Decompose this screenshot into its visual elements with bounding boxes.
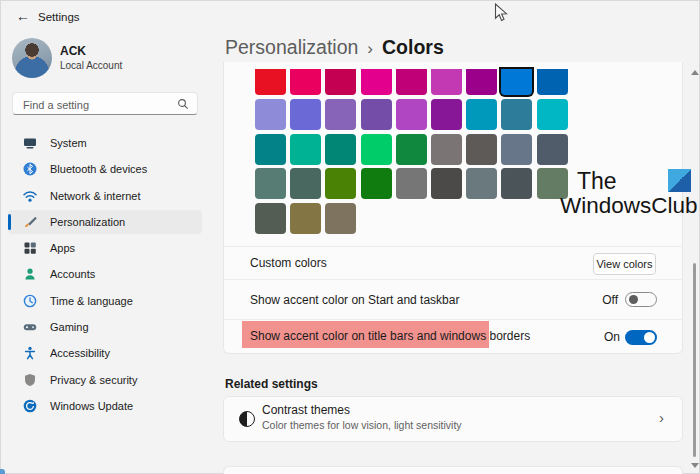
- sidebar-item-privacy[interactable]: Privacy & security: [8, 368, 202, 392]
- sidebar-item-time-language[interactable]: Time & language: [8, 289, 202, 313]
- bluetooth-icon: [22, 161, 38, 177]
- breadcrumb-separator-icon: ›: [367, 39, 373, 59]
- accent-color-swatch[interactable]: [290, 69, 321, 95]
- accent-start-taskbar-toggle[interactable]: [625, 292, 657, 307]
- view-colors-button[interactable]: View colors: [593, 253, 656, 275]
- sidebar-item-label: Apps: [50, 242, 75, 254]
- accent-color-swatch[interactable]: [396, 69, 427, 95]
- monitor-icon: [22, 135, 38, 151]
- accent-color-swatch[interactable]: [537, 134, 568, 165]
- accent-color-swatch[interactable]: [431, 134, 462, 165]
- avatar[interactable]: [12, 38, 52, 78]
- next-card-partial: [223, 466, 683, 474]
- accent-color-swatch[interactable]: [255, 203, 286, 234]
- accessibility-icon: [22, 345, 38, 361]
- sidebar-item-label: Bluetooth & devices: [50, 163, 147, 175]
- accent-title-bars-label: Show accent color on title bars and wind…: [250, 329, 530, 343]
- accent-color-swatch[interactable]: [255, 168, 286, 199]
- apps-grid-icon: [22, 240, 38, 256]
- accent-color-swatch[interactable]: [501, 168, 532, 199]
- accent-color-swatch[interactable]: [325, 168, 356, 199]
- chevron-right-icon[interactable]: ›: [659, 409, 664, 426]
- sidebar-item-label: Gaming: [50, 321, 89, 333]
- accent-color-swatch[interactable]: [290, 168, 321, 199]
- accent-color-swatch[interactable]: [325, 203, 356, 234]
- accent-color-swatch[interactable]: [361, 168, 392, 199]
- toggle-knob: [629, 295, 638, 304]
- accent-color-swatch[interactable]: [255, 134, 286, 165]
- accent-color-swatch[interactable]: [255, 99, 286, 130]
- accent-color-swatch[interactable]: [361, 134, 392, 165]
- contrast-themes-subtitle: Color themes for low vision, light sensi…: [262, 419, 462, 431]
- search-box[interactable]: [12, 92, 198, 115]
- accent-color-swatch[interactable]: [501, 69, 532, 95]
- update-icon: [22, 398, 38, 414]
- accent-color-grid: [255, 64, 568, 235]
- sidebar-item-accessibility[interactable]: Accessibility: [8, 341, 202, 365]
- sidebar-item-gaming[interactable]: Gaming: [8, 315, 202, 339]
- accent-color-swatch[interactable]: [325, 69, 356, 95]
- sidebar-item-label: System: [50, 137, 87, 149]
- toggle-state-label: Off: [592, 293, 618, 307]
- divider: [223, 246, 683, 247]
- accent-color-swatch[interactable]: [431, 69, 462, 95]
- accent-color-swatch[interactable]: [325, 99, 356, 130]
- search-input[interactable]: [21, 94, 175, 115]
- accent-color-swatch[interactable]: [466, 99, 497, 130]
- accent-color-swatch[interactable]: [537, 99, 568, 130]
- scrollbar-thumb[interactable]: [693, 263, 696, 457]
- accent-color-swatch[interactable]: [396, 99, 427, 130]
- mouse-cursor-icon: [494, 3, 508, 23]
- windowsclub-watermark: The WindowsClub: [560, 168, 700, 226]
- accent-color-swatch[interactable]: [537, 69, 568, 95]
- sidebar-item-label: Personalization: [50, 216, 125, 228]
- accent-color-swatch[interactable]: [396, 168, 427, 199]
- watermark-line2: WindowsClub: [560, 193, 698, 219]
- sidebar-item-network[interactable]: Network & internet: [8, 184, 202, 208]
- accent-color-swatch[interactable]: [466, 134, 497, 165]
- sidebar-item-label: Privacy & security: [50, 374, 137, 386]
- accent-color-swatch[interactable]: [431, 168, 462, 199]
- accent-title-bars-toggle[interactable]: [625, 330, 657, 345]
- user-name: ACK: [60, 44, 86, 58]
- sidebar-item-personalization[interactable]: Personalization: [8, 210, 202, 234]
- corner-artifact: [0, 469, 5, 474]
- clock-icon: [22, 293, 38, 309]
- divider: [223, 319, 683, 320]
- accent-color-swatch[interactable]: [290, 134, 321, 165]
- accent-color-swatch[interactable]: [290, 203, 321, 234]
- sidebar-item-windows-update[interactable]: Windows Update: [8, 394, 202, 418]
- divider: [223, 279, 683, 280]
- accent-color-swatch[interactable]: [501, 99, 532, 130]
- accent-start-taskbar-label: Show accent color on Start and taskbar: [250, 293, 459, 307]
- search-icon: [177, 98, 189, 110]
- accent-color-swatch[interactable]: [466, 69, 497, 95]
- scrollbar-up-arrow-icon[interactable]: [691, 70, 699, 75]
- breadcrumb-parent[interactable]: Personalization: [225, 36, 358, 59]
- sidebar-item-system[interactable]: System: [8, 131, 202, 155]
- gamepad-icon: [22, 319, 38, 335]
- accent-color-swatch[interactable]: [361, 99, 392, 130]
- accent-color-swatch[interactable]: [466, 168, 497, 199]
- scrollbar-down-arrow-icon[interactable]: [691, 463, 699, 468]
- accent-color-swatch[interactable]: [290, 99, 321, 130]
- contrast-icon: [239, 411, 255, 427]
- accent-color-swatch[interactable]: [396, 134, 427, 165]
- contrast-themes-title: Contrast themes: [262, 403, 350, 417]
- back-button[interactable]: ←: [12, 6, 34, 26]
- accent-color-swatch[interactable]: [501, 134, 532, 165]
- sidebar-item-label: Accessibility: [50, 347, 110, 359]
- page-title: Colors: [382, 36, 444, 59]
- sidebar-item-label: Time & language: [50, 295, 133, 307]
- sidebar-item-accounts[interactable]: Accounts: [8, 262, 202, 286]
- accent-color-swatch[interactable]: [431, 99, 462, 130]
- accent-color-swatch[interactable]: [255, 69, 286, 95]
- breadcrumb: Personalization › Colors: [225, 36, 444, 59]
- custom-colors-label: Custom colors: [250, 256, 327, 270]
- sidebar-item-apps[interactable]: Apps: [8, 236, 202, 260]
- wifi-icon: [22, 188, 38, 204]
- sidebar-item-bluetooth[interactable]: Bluetooth & devices: [8, 157, 202, 181]
- watermark-line1: The: [577, 168, 617, 195]
- accent-color-swatch[interactable]: [325, 134, 356, 165]
- accent-color-swatch[interactable]: [361, 69, 392, 95]
